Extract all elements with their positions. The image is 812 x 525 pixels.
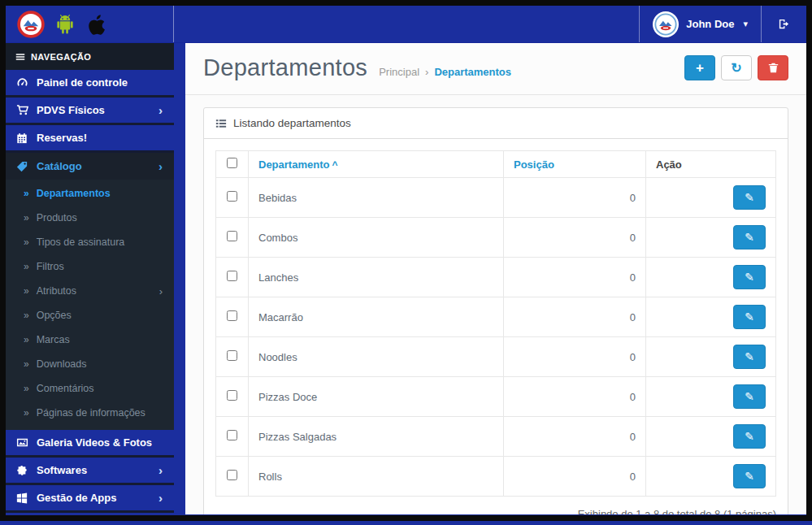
breadcrumb-current[interactable]: Departamentos [434,66,511,78]
pencil-icon: ✎ [745,271,754,284]
breadcrumb-home[interactable]: Principal [379,66,419,78]
column-header-posicao[interactable]: Posição [504,151,646,178]
submenu-item-label: Atributos [37,285,76,297]
topbar-right: John Doe ▾ [639,6,806,42]
row-checkbox[interactable] [227,470,237,480]
column-header-departamento[interactable]: Departamento^ [249,151,504,178]
submenu-item-comentarios[interactable]: » Comentários [6,376,174,401]
row-checkbox[interactable] [227,231,237,241]
apple-logo [85,12,110,37]
brand-area [6,6,174,42]
row-checkbox[interactable] [227,191,237,202]
android-logo [53,12,77,37]
sidebar-item-label: Catálogo [37,160,150,172]
sign-out-icon [778,18,790,30]
panel-heading: Listando departamentos [204,108,788,139]
sidebar: NAVEGAÇÃO Painel de controle [6,43,174,514]
sidebar-nav-header: NAVEGAÇÃO [6,43,174,70]
department-name: Noodles [249,337,504,377]
submenu-item-paginas-de-informacoes[interactable]: » Páginas de informações [6,401,174,425]
column-label: Departamento [258,158,329,171]
submenu-item-label: Tipos de assinatura [37,236,125,248]
double-chevron-icon: » [24,261,29,272]
table-row: Pizzas Salgadas 0 ✎ [216,417,776,457]
column-header-acao: Ação [646,151,776,178]
sidebar-item-label: Reservas! [37,132,164,144]
row-checkbox[interactable] [227,310,237,321]
submenu-item-marcas[interactable]: » Marcas [6,328,174,352]
double-chevron-icon: » [24,407,29,419]
submenu-item-tipos-de-assinatura[interactable]: » Tipos de assinatura [6,230,174,254]
submenu-item-departamentos[interactable]: » Departamentos [6,181,174,206]
department-position: 0 [504,377,646,417]
refresh-icon: ↻ [731,60,741,76]
user-menu[interactable]: John Doe ▾ [640,6,761,42]
dashboard-icon [15,76,28,89]
department-position: 0 [504,337,646,377]
department-name: Lanches [249,258,504,297]
table-row: Lanches 0 ✎ [216,258,776,297]
sidebar-item-pdvs-fisicos[interactable]: PDVS Físicos › [6,98,174,125]
chevron-right-icon: › [158,159,164,173]
table-row: Rolls 0 ✎ [216,457,776,497]
select-all-checkbox[interactable] [227,158,237,168]
double-chevron-icon: » [24,358,29,370]
logout-button[interactable] [762,6,806,42]
puzzle-icon [15,465,28,476]
content-area: Listando departamentos Departamento^ P [185,95,806,514]
main-content: Departamentos Principal › Departamentos … [185,43,806,514]
department-name: Pizzas Salgadas [249,417,504,457]
department-position: 0 [504,457,646,497]
edit-button[interactable]: ✎ [733,185,766,210]
sidebar-item-galeria-videos-fotos[interactable]: Galeria Videos & Fotos [6,430,174,458]
delete-button[interactable] [758,55,788,80]
nav-header-label: NAVEGAÇÃO [31,52,91,62]
departments-panel: Listando departamentos Departamento^ P [203,107,788,514]
sidebar-item-reservas[interactable]: Reservas! [6,125,174,153]
sidebar-item-label: Galeria Videos & Fotos [37,436,164,449]
submenu-item-label: Filtros [37,261,64,272]
edit-button[interactable]: ✎ [733,464,766,488]
edit-button[interactable]: ✎ [733,265,766,289]
row-checkbox[interactable] [227,430,237,440]
double-chevron-icon: » [24,383,29,394]
edit-button[interactable]: ✎ [733,424,766,449]
submenu-item-produtos[interactable]: » Produtos [6,206,174,230]
submenu-item-opcoes[interactable]: » Opções [6,303,174,328]
edit-button[interactable]: ✎ [733,345,766,369]
header-actions: + ↻ [684,55,788,80]
page-frame: John Doe ▾ NAVEGAÇÃO [0,0,812,521]
sidebar-item-catalogo[interactable]: Catálogo › [6,153,174,180]
submenu-item-downloads[interactable]: » Downloads [6,352,174,376]
double-chevron-icon: » [24,310,29,321]
edit-button[interactable]: ✎ [733,225,766,249]
panel-body: Departamento^ Posição Ação Bebidas [204,139,788,514]
row-checkbox[interactable] [227,350,237,361]
edit-button[interactable]: ✎ [733,305,766,329]
double-chevron-icon: » [24,188,29,199]
double-chevron-icon: » [24,285,29,297]
department-name: Rolls [249,457,504,497]
department-name: Macarrão [249,297,504,337]
sidebar-item-painel-de-controle[interactable]: Painel de controle [6,70,174,98]
tag-icon [15,161,28,172]
brand-circle-logo [17,11,45,38]
submenu-item-label: Downloads [37,358,87,370]
chevron-right-icon: › [158,491,164,505]
submenu-item-filtros[interactable]: » Filtros [6,254,174,279]
pencil-icon: ✎ [745,470,754,483]
edit-button[interactable]: ✎ [733,384,766,409]
sidebar-item-label: Gestão de Apps [37,492,150,504]
trash-icon [768,63,779,73]
submenu-item-atributos[interactable]: » Atributos › [6,279,174,303]
plus-icon: + [696,60,704,76]
add-button[interactable]: + [684,55,715,80]
sidebar-item-softwares[interactable]: Softwares › [6,458,174,485]
sidebar-item-gestao-de-apps[interactable]: Gestão de Apps › [6,485,174,513]
row-checkbox[interactable] [227,271,237,281]
row-checkbox[interactable] [227,390,237,401]
refresh-button[interactable]: ↻ [721,55,752,80]
department-name: Pizzas Doce [249,377,504,417]
sort-asc-icon: ^ [332,159,337,171]
table-row: Combos 0 ✎ [216,218,776,258]
